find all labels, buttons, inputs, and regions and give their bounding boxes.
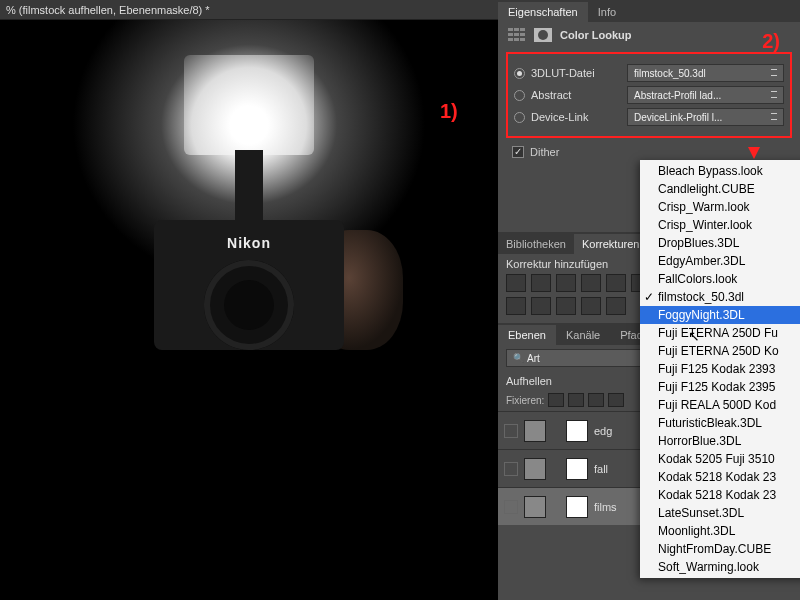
option-3dlut-row: 3DLUT-Datei filmstock_50.3dl xyxy=(514,64,784,82)
lut-menu-item[interactable]: Fuji REALA 500D Kod xyxy=(640,396,800,414)
adj-curves-icon[interactable] xyxy=(556,274,576,292)
link-icon[interactable] xyxy=(552,500,560,514)
lut-menu-item[interactable]: HorrorBlue.3DL xyxy=(640,432,800,450)
visibility-icon[interactable] xyxy=(504,462,518,476)
lut-menu-item[interactable]: DropBlues.3DL xyxy=(640,234,800,252)
annotation-redbox: 3DLUT-Datei filmstock_50.3dl Abstract Ab… xyxy=(506,52,792,138)
adj-brightness-icon[interactable] xyxy=(506,274,526,292)
adj-threshold-icon[interactable] xyxy=(556,297,576,315)
label-devicelink: Device-Link xyxy=(531,111,621,123)
label-abstract: Abstract xyxy=(531,89,621,101)
link-icon[interactable] xyxy=(552,462,560,476)
layer-thumb-icon[interactable] xyxy=(524,420,546,442)
adj-vibrance-icon[interactable] xyxy=(606,274,626,292)
adj-posterize-icon[interactable] xyxy=(531,297,551,315)
mask-thumb-icon[interactable] xyxy=(566,420,588,442)
lut-menu-item[interactable]: Candlelight.CUBE xyxy=(640,180,800,198)
visibility-icon[interactable] xyxy=(504,424,518,438)
option-devicelink-row: Device-Link DeviceLink-Profil l... xyxy=(514,108,784,126)
flash-shape xyxy=(184,55,314,155)
adj-exposure-icon[interactable] xyxy=(581,274,601,292)
document-tab-label: % (filmstock aufhellen, Ebenenmaske/8) * xyxy=(6,4,210,16)
mask-thumb-icon[interactable] xyxy=(566,496,588,518)
tab-korrekturen[interactable]: Korrekturen xyxy=(574,234,647,254)
tab-kanaele[interactable]: Kanäle xyxy=(556,325,610,345)
lut-menu-item[interactable]: FoggyNight.3DL xyxy=(640,306,800,324)
lut-menu-item[interactable]: Bleach Bypass.look xyxy=(640,162,800,180)
lock-transparency-icon[interactable] xyxy=(548,393,564,407)
layer-name[interactable]: fall xyxy=(594,463,608,475)
lock-pixels-icon[interactable] xyxy=(568,393,584,407)
option-abstract-row: Abstract Abstract-Profil lad... xyxy=(514,86,784,104)
annotation-1: 1) xyxy=(440,100,458,123)
dropdown-devicelink[interactable]: DeviceLink-Profil l... xyxy=(627,108,784,126)
document-tab[interactable]: % (filmstock aufhellen, Ebenenmaske/8) * xyxy=(0,0,498,20)
adj-invert-icon[interactable] xyxy=(506,297,526,315)
lut-menu-item[interactable]: filmstock_50.3dl xyxy=(640,288,800,306)
lock-all-icon[interactable] xyxy=(608,393,624,407)
dropdown-3dlut[interactable]: filmstock_50.3dl xyxy=(627,64,784,82)
layer-thumb-icon[interactable] xyxy=(524,496,546,518)
lut-menu-item[interactable]: Kodak 5218 Kodak 23 xyxy=(640,468,800,486)
lut-menu-item[interactable]: Kodak 5218 Kodak 23 xyxy=(640,486,800,504)
lut-menu-item[interactable]: Moonlight.3DL xyxy=(640,522,800,540)
lut-menu-item[interactable]: LateSunset.3DL xyxy=(640,504,800,522)
annotation-2: 2) xyxy=(762,30,780,53)
properties-tab-bar: Eigenschaften Info xyxy=(498,0,800,22)
radio-3dlut[interactable] xyxy=(514,68,525,79)
lut-menu-item[interactable]: EdgyAmber.3DL xyxy=(640,252,800,270)
layer-thumb-icon[interactable] xyxy=(524,458,546,480)
adj-selective-icon[interactable] xyxy=(606,297,626,315)
camera-shape: Nikon xyxy=(154,220,344,350)
radio-abstract[interactable] xyxy=(514,90,525,101)
visibility-icon[interactable] xyxy=(504,500,518,514)
tab-bibliotheken[interactable]: Bibliotheken xyxy=(498,234,574,254)
layer-name[interactable]: edg xyxy=(594,425,612,437)
lut-menu-item[interactable]: FallColors.look xyxy=(640,270,800,288)
link-icon[interactable] xyxy=(552,424,560,438)
annotation-arrow-icon xyxy=(748,147,760,159)
lut-menu-item[interactable]: Soft_Warming.look xyxy=(640,558,800,576)
label-3dlut: 3DLUT-Datei xyxy=(531,67,621,79)
adj-gradientmap-icon[interactable] xyxy=(581,297,601,315)
mask-icon[interactable] xyxy=(534,28,552,42)
lut-menu-item[interactable]: Fuji F125 Kodak 2393 xyxy=(640,360,800,378)
lut-menu-item[interactable]: Fuji ETERNA 250D Ko xyxy=(640,342,800,360)
canvas-area: % (filmstock aufhellen, Ebenenmaske/8) *… xyxy=(0,0,498,600)
tab-ebenen[interactable]: Ebenen xyxy=(498,325,556,345)
color-lookup-title: Color Lookup xyxy=(560,29,632,41)
mask-thumb-icon[interactable] xyxy=(566,458,588,480)
layer-name[interactable]: films xyxy=(594,501,617,513)
radio-devicelink[interactable] xyxy=(514,112,525,123)
tab-eigenschaften[interactable]: Eigenschaften xyxy=(498,2,588,22)
dropdown-abstract[interactable]: Abstract-Profil lad... xyxy=(627,86,784,104)
lut-menu-item[interactable]: Crisp_Winter.look xyxy=(640,216,800,234)
lut-menu-item[interactable]: FuturisticBleak.3DL xyxy=(640,414,800,432)
label-dither: Dither xyxy=(530,146,559,158)
camera-brand: Nikon xyxy=(227,235,271,251)
lut-menu-item[interactable]: Kodak 5205 Fuji 3510 xyxy=(640,450,800,468)
adj-levels-icon[interactable] xyxy=(531,274,551,292)
lut-menu-item[interactable]: Fuji F125 Kodak 2395 xyxy=(640,378,800,396)
lock-position-icon[interactable] xyxy=(588,393,604,407)
color-lookup-header: Color Lookup xyxy=(498,22,800,48)
tab-info[interactable]: Info xyxy=(588,2,626,22)
lut-dropdown-menu[interactable]: Bleach Bypass.lookCandlelight.CUBECrisp_… xyxy=(640,160,800,578)
lut-menu-item[interactable]: NightFromDay.CUBE xyxy=(640,540,800,558)
canvas-image[interactable]: Nikon xyxy=(0,20,498,600)
lookup-grid-icon[interactable] xyxy=(508,28,526,42)
checkbox-dither[interactable]: ✓ xyxy=(512,146,524,158)
lock-label: Fixieren: xyxy=(506,395,544,406)
lut-menu-item[interactable]: Crisp_Warm.look xyxy=(640,198,800,216)
lut-menu-item[interactable]: Fuji ETERNA 250D Fu xyxy=(640,324,800,342)
